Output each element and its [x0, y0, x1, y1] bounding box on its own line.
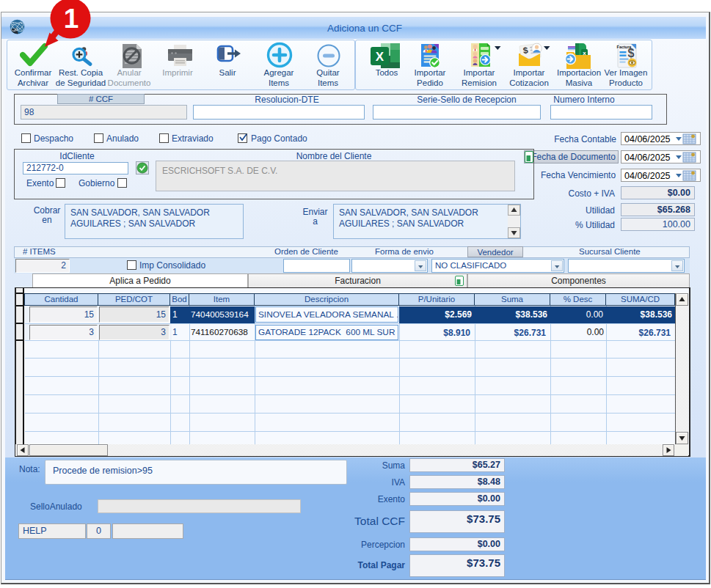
svg-text:X: X [376, 50, 384, 64]
svg-text:$: $ [628, 47, 635, 59]
svg-text:1: 1 [64, 4, 79, 34]
